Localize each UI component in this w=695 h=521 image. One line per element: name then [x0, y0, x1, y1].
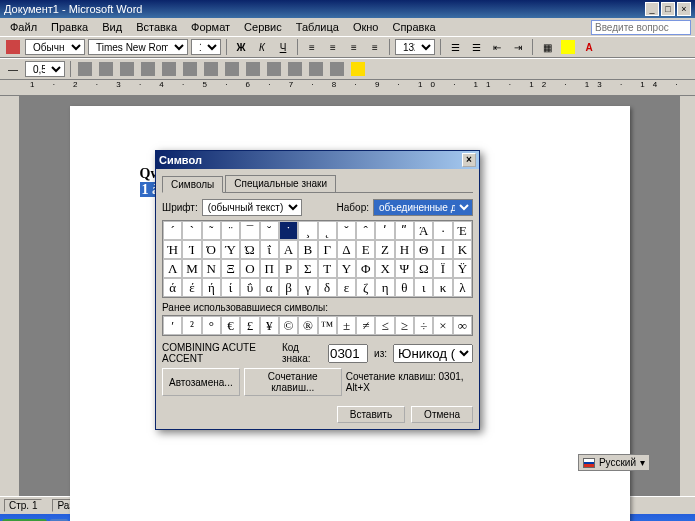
recent-cell[interactable]: °	[202, 316, 221, 335]
font-color-button[interactable]: A	[580, 38, 598, 56]
char-cell[interactable]: ˜	[202, 221, 221, 240]
dialog-close-button[interactable]: ×	[462, 153, 476, 167]
tb-icon-4[interactable]	[139, 60, 157, 78]
char-cell[interactable]: ¨	[221, 221, 240, 240]
recent-cell[interactable]: ¥	[260, 316, 279, 335]
minimize-button[interactable]: _	[645, 2, 659, 16]
char-cell[interactable]: Α	[279, 240, 298, 259]
char-cell[interactable]: ˆ	[356, 221, 375, 240]
font-select[interactable]: Times New Roman	[88, 39, 188, 55]
menu-insert[interactable]: Вставка	[130, 20, 183, 34]
tb-icon-10[interactable]	[265, 60, 283, 78]
char-cell[interactable]: Ϊ	[433, 259, 452, 278]
menu-format[interactable]: Формат	[185, 20, 236, 34]
menu-table[interactable]: Таблица	[290, 20, 345, 34]
char-cell[interactable]: Ή	[163, 240, 182, 259]
from-select[interactable]: Юникод (шестн.)	[393, 344, 473, 363]
code-input[interactable]	[328, 344, 368, 363]
recent-cell[interactable]: €	[221, 316, 240, 335]
char-cell[interactable]: Ο	[240, 259, 259, 278]
tab-special[interactable]: Специальные знаки	[225, 175, 336, 192]
character-grid[interactable]: ´`˜¨¯˘˙¸˛ˇˆʹʺΆ·ΈΉΊΌΎΏΐΑΒΓΔΕΖΗΘΙΚΛΜΝΞΟΠΡΣ…	[162, 220, 473, 298]
tb-icon-12[interactable]	[307, 60, 325, 78]
recent-cell[interactable]: ÷	[414, 316, 433, 335]
char-cell[interactable]: Ι	[433, 240, 452, 259]
char-cell[interactable]: ε	[337, 278, 356, 297]
char-cell[interactable]: Κ	[453, 240, 472, 259]
char-cell[interactable]: Β	[298, 240, 317, 259]
bullets-button[interactable]: ☰	[467, 38, 485, 56]
dialog-font-select[interactable]: (обычный текст)	[202, 199, 302, 216]
char-cell[interactable]: ¯	[240, 221, 259, 240]
char-cell[interactable]: κ	[433, 278, 452, 297]
char-cell[interactable]: Χ	[375, 259, 394, 278]
shortcut-button[interactable]: Сочетание клавиш...	[244, 368, 342, 396]
char-cell[interactable]: Θ	[414, 240, 433, 259]
char-cell[interactable]: Τ	[318, 259, 337, 278]
recent-cell[interactable]: £	[240, 316, 259, 335]
char-cell[interactable]: ζ	[356, 278, 375, 297]
recent-cell[interactable]: ™	[318, 316, 337, 335]
char-cell[interactable]: Ε	[356, 240, 375, 259]
menu-window[interactable]: Окно	[347, 20, 385, 34]
char-cell[interactable]: λ	[453, 278, 472, 297]
tb-icon-5[interactable]	[160, 60, 178, 78]
recent-cell[interactable]: ×	[433, 316, 452, 335]
char-cell[interactable]: Ν	[202, 259, 221, 278]
char-cell[interactable]: α	[260, 278, 279, 297]
recent-grid[interactable]: ′²°€£¥©®™±≠≤≥÷×∞	[162, 315, 473, 336]
autocorrect-button[interactable]: Автозамена...	[162, 368, 240, 396]
line-button[interactable]: —	[4, 60, 22, 78]
tb-icon-3[interactable]	[118, 60, 136, 78]
char-cell[interactable]: Γ	[318, 240, 337, 259]
char-cell[interactable]: η	[375, 278, 394, 297]
char-cell[interactable]: ʺ	[395, 221, 414, 240]
cancel-button[interactable]: Отмена	[411, 406, 473, 423]
indent-select[interactable]: 0,5	[25, 61, 65, 77]
char-cell[interactable]: β	[279, 278, 298, 297]
style-select[interactable]: Обычный	[25, 39, 85, 55]
char-cell[interactable]: ˛	[318, 221, 337, 240]
numbering-button[interactable]: ☰	[446, 38, 464, 56]
char-cell[interactable]: Σ	[298, 259, 317, 278]
char-cell[interactable]: ή	[202, 278, 221, 297]
menu-file[interactable]: Файл	[4, 20, 43, 34]
tb-icon-9[interactable]	[244, 60, 262, 78]
char-cell[interactable]: ˇ	[337, 221, 356, 240]
bold-button[interactable]: Ж	[232, 38, 250, 56]
char-cell[interactable]: Π	[260, 259, 279, 278]
char-cell[interactable]: δ	[318, 278, 337, 297]
char-cell[interactable]: Ψ	[395, 259, 414, 278]
char-cell[interactable]: `	[182, 221, 201, 240]
char-cell[interactable]: έ	[182, 278, 201, 297]
recent-cell[interactable]: ′	[163, 316, 182, 335]
maximize-button[interactable]: □	[661, 2, 675, 16]
dialog-titlebar[interactable]: Символ ×	[156, 151, 479, 169]
help-question-input[interactable]	[591, 20, 691, 35]
char-cell[interactable]: Ό	[202, 240, 221, 259]
char-cell[interactable]: Ρ	[279, 259, 298, 278]
zoom-select[interactable]: 132%	[395, 39, 435, 55]
close-button[interactable]: ×	[677, 2, 691, 16]
char-cell[interactable]: ˙	[279, 221, 298, 240]
menu-edit[interactable]: Правка	[45, 20, 94, 34]
char-cell[interactable]: Ί	[182, 240, 201, 259]
language-indicator[interactable]: Русский ▾	[578, 454, 650, 471]
char-cell[interactable]: γ	[298, 278, 317, 297]
char-cell[interactable]: ά	[163, 278, 182, 297]
align-justify-button[interactable]: ≡	[366, 38, 384, 56]
vertical-scrollbar[interactable]	[679, 96, 695, 496]
vertical-ruler[interactable]	[0, 96, 20, 496]
char-cell[interactable]: ˘	[260, 221, 279, 240]
align-left-button[interactable]: ≡	[303, 38, 321, 56]
recent-cell[interactable]: ∞	[453, 316, 472, 335]
char-cell[interactable]: Φ	[356, 259, 375, 278]
horizontal-ruler[interactable]: 1 · 2 · 3 · 4 · 5 · 6 · 7 · 8 · 9 · 10 ·…	[0, 80, 695, 96]
align-right-button[interactable]: ≡	[345, 38, 363, 56]
char-cell[interactable]: Λ	[163, 259, 182, 278]
tb-icon-1[interactable]	[76, 60, 94, 78]
char-cell[interactable]: Ώ	[240, 240, 259, 259]
char-cell[interactable]: Μ	[182, 259, 201, 278]
recent-cell[interactable]: ²	[182, 316, 201, 335]
style-dropdown-icon[interactable]	[4, 38, 22, 56]
